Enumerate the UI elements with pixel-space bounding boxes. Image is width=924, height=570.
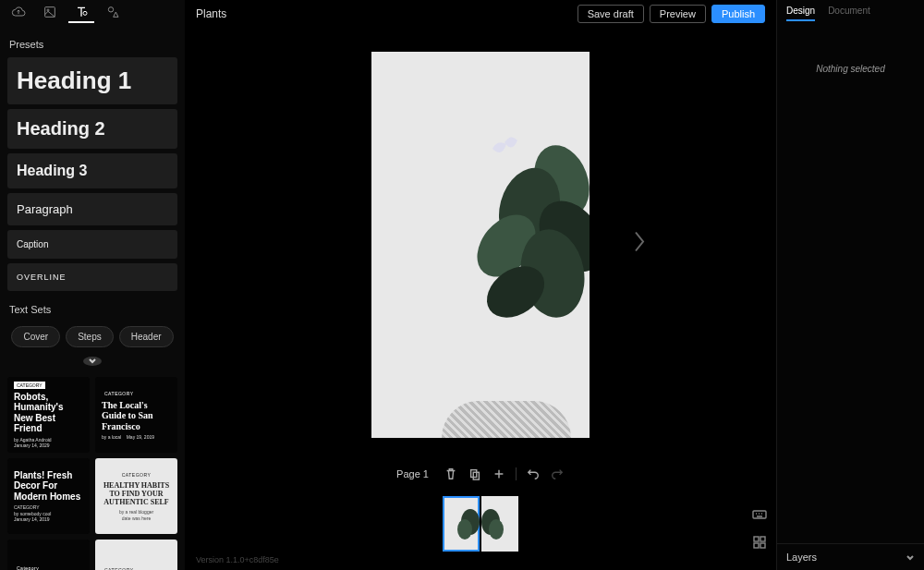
textset-card[interactable]: CATEGORY HEALTHY HABITS TO FIND YOUR AUT… — [95, 458, 177, 534]
layers-label: Layers — [786, 552, 817, 563]
svg-rect-16 — [753, 511, 766, 518]
preset-list: Heading 1 Heading 2 Heading 3 Paragraph … — [0, 57, 185, 291]
redo-icon — [551, 467, 564, 480]
svg-rect-17 — [754, 537, 759, 541]
textset-card[interactable]: CATEGORY Robots, Humanity's New Best Fri… — [7, 377, 90, 453]
preset-heading-3[interactable]: Heading 3 — [7, 153, 177, 188]
grid-view-button[interactable] — [752, 535, 767, 550]
page-thumbnail[interactable] — [443, 496, 480, 552]
delete-page-button[interactable] — [444, 467, 458, 481]
tab-document[interactable]: Document — [828, 6, 870, 21]
presets-heading: Presets — [0, 26, 185, 57]
preview-button[interactable]: Preview — [650, 5, 706, 23]
save-draft-button[interactable]: Save draft — [578, 5, 644, 23]
page-toolbar: Page 1 — [185, 461, 776, 487]
preset-heading-2[interactable]: Heading 2 — [7, 109, 177, 149]
publish-button[interactable]: Publish — [711, 5, 765, 23]
shapes-icon — [105, 5, 120, 19]
image-icon — [43, 5, 57, 19]
page-canvas[interactable] — [371, 52, 590, 438]
tool-tab-text[interactable] — [68, 3, 94, 23]
preset-caption[interactable]: Caption — [7, 230, 177, 259]
chevron-down-icon — [906, 552, 915, 562]
plant-graphic — [451, 126, 590, 347]
left-panel: Presets Heading 1 Heading 2 Heading 3 Pa… — [0, 0, 185, 570]
page-thumbnail[interactable] — [481, 496, 518, 552]
textset-tab-steps[interactable]: Steps — [66, 326, 114, 347]
chevron-down-icon — [88, 357, 97, 366]
duplicate-page-button[interactable] — [468, 467, 482, 481]
textset-expand-toggle[interactable] — [83, 357, 102, 366]
duplicate-icon — [468, 467, 481, 480]
layers-toggle[interactable]: Layers — [777, 543, 924, 570]
tool-tab-image[interactable] — [37, 3, 63, 23]
textset-card-grid: CATEGORY Robots, Humanity's New Best Fri… — [0, 371, 185, 570]
canvas-zone[interactable] — [185, 28, 776, 461]
top-buttons: Save draft Preview Publish — [578, 5, 765, 23]
next-page-arrow[interactable] — [632, 228, 647, 261]
svg-point-13 — [457, 519, 472, 540]
toolbar-divider — [516, 467, 517, 480]
tool-tab-cloud[interactable] — [6, 3, 31, 23]
version-text: Version 1.1.0+c8df85e — [196, 555, 279, 564]
keyboard-shortcuts-button[interactable] — [752, 507, 767, 522]
tab-design[interactable]: Design — [786, 6, 815, 21]
inspector-empty-state: Nothing selected — [777, 27, 924, 111]
canvas-area: Plants Save draft Preview Publish — [185, 0, 776, 570]
preset-heading-1[interactable]: Heading 1 — [7, 57, 177, 104]
grid-icon — [752, 535, 767, 550]
textset-card[interactable]: Plants! Fresh Decor For Modern Homes CAT… — [7, 458, 90, 534]
textset-card[interactable]: Category A CONDENSED — [7, 540, 90, 570]
tool-tabs — [0, 0, 185, 26]
plus-icon — [492, 467, 505, 480]
svg-point-15 — [489, 519, 504, 540]
tool-tab-shapes[interactable] — [100, 3, 126, 23]
trash-icon — [444, 467, 457, 480]
text-icon — [74, 5, 89, 19]
page-label: Page 1 — [396, 468, 429, 479]
textset-tab-header[interactable]: Header — [119, 326, 174, 347]
keyboard-icon — [752, 507, 767, 522]
textset-tab-cover[interactable]: Cover — [11, 326, 60, 347]
svg-point-2 — [83, 11, 87, 15]
preset-paragraph[interactable]: Paragraph — [7, 193, 177, 225]
add-page-button[interactable] — [492, 467, 506, 481]
chevron-right-icon — [632, 228, 647, 254]
textsets-heading: Text Sets — [0, 291, 185, 322]
redo-button[interactable] — [550, 467, 565, 481]
view-controls — [752, 507, 767, 550]
svg-rect-20 — [760, 543, 765, 548]
svg-point-3 — [108, 7, 113, 12]
top-bar: Plants Save draft Preview Publish — [185, 0, 776, 28]
textset-tabs: Cover Steps Header — [0, 322, 185, 351]
undo-icon — [527, 467, 540, 480]
svg-rect-18 — [760, 537, 765, 541]
undo-button[interactable] — [526, 467, 541, 481]
document-title: Plants — [196, 7, 226, 20]
textset-card[interactable]: CATEGORY Coffee saved the — [95, 540, 177, 570]
preset-overline[interactable]: OVERLINE — [7, 263, 177, 291]
cloud-upload-icon — [11, 5, 26, 19]
svg-rect-19 — [754, 543, 759, 548]
right-panel-tabs: Design Document — [777, 0, 924, 27]
right-panel: Design Document Nothing selected Layers — [776, 0, 924, 570]
basket-graphic — [442, 401, 571, 438]
textset-card[interactable]: CATEGORY The Local's Guide to San Franci… — [95, 377, 177, 453]
